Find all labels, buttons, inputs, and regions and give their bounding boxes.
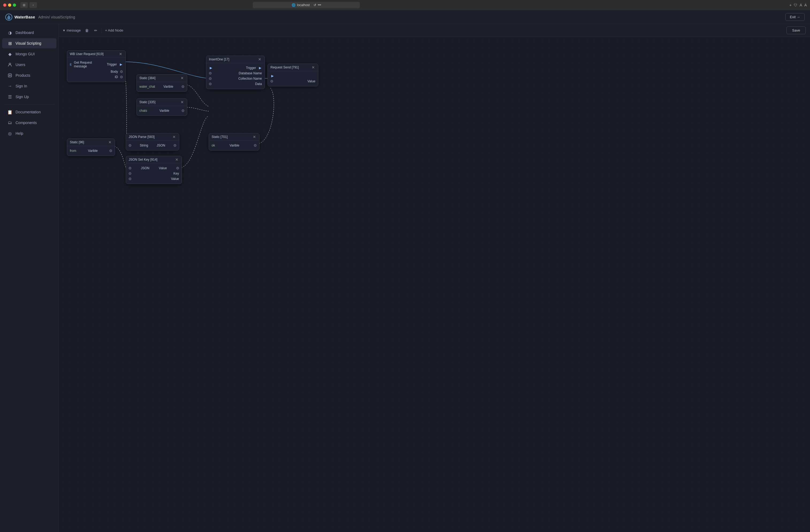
font-small-button[interactable]: A: [799, 3, 802, 7]
json-in-port[interactable]: [129, 167, 131, 169]
node-static-96[interactable]: Static [96] ✕ from Varible: [67, 138, 115, 156]
node-insert-one-header: InsertOne [17] ✕: [206, 56, 264, 63]
shield-icon[interactable]: 🛡: [794, 3, 797, 7]
sidebar-item-documentation[interactable]: 📋 Documentation: [2, 107, 56, 117]
help-icon: ◎: [7, 131, 12, 136]
node-request-send[interactable]: Request Send [791] ✕ ▶ Value: [268, 64, 318, 86]
node-insert-one-body: ▶ Trigger ▶ Database Name Collection Nam…: [206, 63, 264, 89]
edit-button[interactable]: ✏: [93, 27, 98, 34]
trigger-label: Trigger: [215, 66, 256, 70]
sidebar-item-help[interactable]: ◎ Help: [2, 128, 56, 138]
sidebar-item-products[interactable]: Products: [2, 70, 56, 81]
data-port[interactable]: [209, 83, 212, 85]
node-row-value: Value: [129, 176, 179, 182]
node-row-collection-name: Collection Name: [209, 76, 262, 81]
browser-controls: ⊞ ‹: [20, 2, 37, 8]
refresh-icon: ↺: [313, 3, 316, 7]
trigger-port[interactable]: ▶: [119, 63, 123, 66]
node-row-db-name: Database Name: [209, 70, 262, 76]
node-close-button[interactable]: ✕: [252, 135, 257, 139]
sign-up-icon: ☰: [7, 94, 12, 99]
sidebar: ◑ Dashboard ⊞ Visual Scripting ◆ Mongo G…: [0, 24, 59, 532]
node-row-id: ID: [70, 74, 123, 80]
trigger-out-port[interactable]: ▶: [258, 66, 262, 70]
app-brand: WaterBase: [14, 15, 35, 19]
sidebar-item-visual-scripting[interactable]: ⊞ Visual Scripting: [2, 38, 56, 48]
trigger-in-port[interactable]: ▶: [209, 66, 213, 70]
sidebar-item-sign-up[interactable]: ☰ Sign Up: [2, 92, 56, 102]
string-label: String: [140, 144, 148, 147]
value-in-port[interactable]: [129, 178, 131, 180]
node-close-button[interactable]: ✕: [108, 140, 112, 144]
browser-actions: + 🛡 A A: [789, 3, 807, 7]
back-button[interactable]: ‹: [29, 2, 37, 8]
sidebar-item-mongo-gui[interactable]: ◆ Mongo GUI: [2, 49, 56, 59]
node-close-button[interactable]: ✕: [180, 76, 184, 80]
varible-port[interactable]: [182, 109, 184, 112]
trigger-in-port[interactable]: ▶: [271, 74, 274, 78]
node-insert-one[interactable]: InsertOne [17] ✕ ▶ Trigger ▶ Database Na…: [206, 55, 265, 89]
db-name-label: Database Name: [239, 71, 262, 75]
body-port[interactable]: [120, 70, 123, 73]
string-port[interactable]: [129, 144, 131, 147]
content-area: ◑ Dashboard ⊞ Visual Scripting ◆ Mongo G…: [0, 24, 810, 532]
varible-label: Varible: [229, 144, 239, 147]
new-tab-button[interactable]: +: [789, 3, 792, 7]
varible-port[interactable]: [182, 85, 184, 88]
delete-button[interactable]: 🗑: [84, 27, 90, 34]
node-row-key: Key: [129, 171, 179, 176]
sidebar-item-sign-in[interactable]: → Sign In: [2, 81, 56, 91]
node-static-701[interactable]: Static [701] ✕ ok Varible: [209, 133, 259, 150]
varible-port[interactable]: [109, 149, 112, 152]
value-port[interactable]: [271, 80, 273, 83]
varible-port[interactable]: [254, 144, 257, 147]
close-traffic-light[interactable]: [3, 3, 6, 7]
node-close-button[interactable]: ✕: [180, 100, 184, 104]
node-json-setkey-header: JSON Set Key [914] ✕: [126, 156, 182, 163]
fullscreen-traffic-light[interactable]: [13, 3, 16, 7]
node-row-get-request: E Get Request message Trigger ▶: [70, 60, 123, 69]
node-json-parse[interactable]: JSON Parse [583] ✕ String JSON: [126, 133, 179, 150]
node-title: JSON Set Key [914]: [129, 158, 157, 162]
add-node-button[interactable]: + Add Node: [105, 28, 123, 32]
key-port[interactable]: [129, 172, 131, 175]
node-close-button[interactable]: ✕: [118, 52, 123, 56]
varible-label: Varible: [88, 149, 98, 153]
visual-scripting-canvas[interactable]: WB User Request [619] ✕ E Get Request me…: [59, 37, 810, 532]
address-bar[interactable]: 🌐 localhost ↺ •••: [253, 2, 360, 8]
collection-name-port[interactable]: [209, 77, 212, 80]
json-port[interactable]: [174, 144, 176, 147]
node-wb-user-request[interactable]: WB User Request [619] ✕ E Get Request me…: [67, 50, 126, 82]
node-json-setkey[interactable]: JSON Set Key [914] ✕ JSON Value Key: [126, 156, 182, 184]
sidebar-item-components[interactable]: 🗂 Components: [2, 118, 56, 128]
exit-button[interactable]: Exit →: [785, 13, 805, 21]
node-title: WB User Request [619]: [70, 52, 103, 56]
node-static-335[interactable]: Static [335] ✕ chats Varible: [136, 98, 187, 116]
browser-chrome: ⊞ ‹ 🌐 localhost ↺ ••• + 🛡 A A: [0, 0, 810, 10]
message-tab[interactable]: ▾ message: [63, 28, 81, 32]
node-close-button[interactable]: ✕: [172, 135, 176, 139]
node-static-384[interactable]: Static [384] ✕ water_chat Varible: [136, 74, 187, 92]
node-close-button[interactable]: ✕: [258, 57, 262, 61]
minimize-traffic-light[interactable]: [8, 3, 11, 7]
sidebar-item-label: Products: [16, 73, 30, 78]
sidebar-item-label: Dashboard: [16, 31, 34, 35]
node-row-data: Data: [209, 81, 262, 87]
sidebar-item-dashboard[interactable]: ◑ Dashboard: [2, 28, 56, 38]
app-container: WaterBase Admin/ visualScripting Exit → …: [0, 10, 810, 532]
value-out-port[interactable]: [176, 167, 179, 169]
node-static-96-header: Static [96] ✕: [67, 139, 115, 146]
font-large-button[interactable]: A: [804, 3, 807, 7]
sidebar-item-users[interactable]: Users: [2, 60, 56, 70]
save-button[interactable]: Save: [787, 27, 806, 34]
id-port[interactable]: [120, 76, 123, 78]
node-title: InsertOne [17]: [209, 57, 229, 61]
node-static-335-body: chats Varible: [137, 106, 187, 116]
node-wb-user-request-header: WB User Request [619] ✕: [67, 51, 126, 58]
node-close-button[interactable]: ✕: [311, 66, 315, 69]
db-name-port[interactable]: [209, 72, 212, 74]
node-close-button[interactable]: ✕: [175, 158, 179, 162]
json-label: JSON: [157, 144, 165, 147]
node-static-384-header: Static [384] ✕: [137, 74, 187, 82]
sidebar-toggle-button[interactable]: ⊞: [20, 2, 28, 8]
